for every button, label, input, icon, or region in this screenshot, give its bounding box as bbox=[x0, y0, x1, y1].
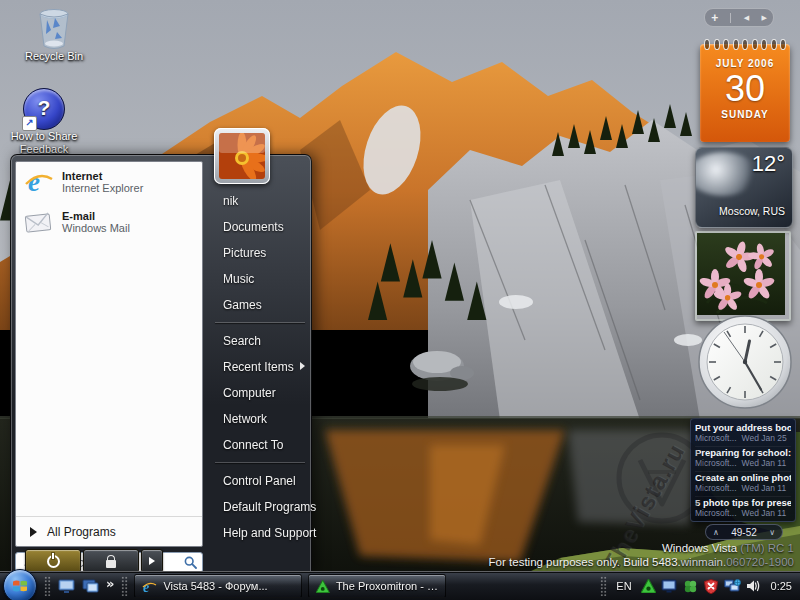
calendar-weekday: SUNDAY bbox=[700, 109, 790, 120]
internet-explorer-icon: e bbox=[24, 167, 54, 197]
start-button[interactable] bbox=[3, 569, 37, 600]
pinned-internet-explorer[interactable]: e Internet Internet Explorer bbox=[16, 162, 202, 202]
start-menu-places-panel: nik Documents Pictures Music Games Searc… bbox=[207, 155, 313, 572]
start-item-network[interactable]: Network bbox=[207, 406, 313, 432]
toolbar-grip[interactable] bbox=[44, 576, 51, 596]
recent-items-label: Recent Items bbox=[223, 360, 294, 374]
network-icon bbox=[724, 579, 741, 593]
analog-clock-icon bbox=[697, 314, 793, 410]
all-programs-arrow-icon bbox=[30, 527, 37, 537]
sidebar-controls: + ◀ ▶ bbox=[704, 8, 774, 27]
pager-up-icon[interactable]: ∧ bbox=[713, 528, 719, 537]
user-avatar[interactable] bbox=[214, 128, 270, 184]
start-item-games[interactable]: Games bbox=[207, 292, 313, 318]
lock-button[interactable] bbox=[83, 549, 139, 573]
start-item-computer[interactable]: Computer bbox=[207, 380, 313, 406]
recycle-bin-desktop-icon[interactable]: Recycle Bin bbox=[12, 8, 96, 63]
taskbar: » e Vista 5483 - Форум... The Proxomitro… bbox=[0, 571, 800, 600]
taskbar-button-label: The Proxomitron - d... bbox=[336, 580, 439, 592]
pinned-title: E-mail bbox=[62, 210, 130, 222]
start-item-pictures[interactable]: Pictures bbox=[207, 240, 313, 266]
cloud-icon bbox=[695, 152, 758, 196]
calendar-spiral-binding bbox=[704, 39, 786, 50]
security-center-tray[interactable] bbox=[702, 577, 720, 595]
lock-icon bbox=[106, 560, 116, 568]
clock-time[interactable]: 0:25 bbox=[771, 580, 792, 592]
prev-page-button[interactable]: ◀ bbox=[744, 14, 749, 22]
windows-mail-icon bbox=[24, 207, 54, 237]
show-desktop-quicklaunch[interactable] bbox=[56, 576, 76, 596]
desktop-screen: Recycle Bin ? ↗ How to Share Feedback + … bbox=[0, 0, 800, 600]
build-line2-mid: winmain. bbox=[681, 556, 726, 568]
controls-divider bbox=[730, 13, 731, 23]
start-item-help-and-support[interactable]: Help and Support bbox=[207, 520, 313, 546]
add-gadget-button[interactable]: + bbox=[711, 12, 718, 24]
next-page-button[interactable]: ▶ bbox=[761, 14, 766, 22]
recycle-bin-label: Recycle Bin bbox=[12, 50, 96, 63]
volume-tray[interactable] bbox=[744, 577, 762, 595]
start-item-user[interactable]: nik bbox=[207, 188, 313, 214]
pinned-title: Internet bbox=[62, 170, 143, 182]
photo-slideshow-gadget[interactable] bbox=[695, 231, 791, 321]
menu-separator bbox=[215, 322, 305, 323]
feedback-label: How to Share Feedback bbox=[2, 130, 86, 156]
taskbar-button-vista-forum[interactable]: e Vista 5483 - Форум... bbox=[134, 574, 302, 598]
security-alert-shield-icon bbox=[704, 579, 718, 594]
pinned-subtitle: Windows Mail bbox=[62, 222, 130, 234]
all-programs-button[interactable]: All Programs bbox=[16, 516, 202, 546]
power-icon bbox=[47, 555, 60, 568]
weather-location: Moscow, RUS bbox=[719, 205, 785, 217]
calendar-gadget[interactable]: JULY 2006 30 SUNDAY bbox=[700, 44, 790, 142]
tray-grip[interactable] bbox=[600, 576, 607, 596]
flowers-photo bbox=[697, 233, 785, 315]
flower-avatar-image bbox=[219, 133, 265, 179]
proxomitron-icon bbox=[316, 580, 329, 593]
switch-windows-icon bbox=[82, 579, 99, 594]
build-line2-bright: For testing purposes only. Build 5483. bbox=[489, 556, 681, 568]
pinned-subtitle: Internet Explorer bbox=[62, 182, 143, 194]
feed-date: Wed Jan 11 bbox=[742, 458, 787, 468]
power-button[interactable] bbox=[25, 549, 81, 573]
start-item-search[interactable]: Search bbox=[207, 328, 313, 354]
show-desktop-icon bbox=[58, 579, 75, 594]
power-button-row bbox=[25, 549, 306, 571]
pinned-email[interactable]: E-mail Windows Mail bbox=[16, 202, 202, 242]
start-item-control-panel[interactable]: Control Panel bbox=[207, 468, 313, 494]
feed-date: Wed Jan 11 bbox=[742, 508, 787, 518]
start-item-recent-items[interactable]: Recent Items bbox=[207, 354, 313, 380]
help-feedback-icon: ? ↗ bbox=[23, 88, 65, 130]
pager-down-icon[interactable]: ∨ bbox=[769, 528, 775, 537]
network-tray[interactable] bbox=[723, 577, 741, 595]
feedback-desktop-icon[interactable]: ? ↗ How to Share Feedback bbox=[2, 88, 86, 156]
language-indicator[interactable]: EN bbox=[616, 580, 631, 592]
start-item-music[interactable]: Music bbox=[207, 266, 313, 292]
pager-range: 49-52 bbox=[731, 527, 757, 538]
toolbar-grip[interactable] bbox=[121, 576, 128, 596]
build-line2-dim: 060720-1900 bbox=[726, 556, 794, 568]
shutdown-options-button[interactable] bbox=[141, 549, 163, 573]
start-menu-pinned-panel: e Internet Internet Explorer E-mail Wind… bbox=[15, 161, 203, 547]
clover-app-tray[interactable] bbox=[681, 577, 699, 595]
start-item-documents[interactable]: Documents bbox=[207, 214, 313, 240]
display-tray[interactable] bbox=[660, 577, 678, 595]
start-item-connect-to[interactable]: Connect To bbox=[207, 432, 313, 458]
feed-date: Wed Jan 11 bbox=[742, 483, 787, 493]
switch-windows-quicklaunch[interactable] bbox=[80, 576, 100, 596]
calendar-day: 30 bbox=[700, 69, 790, 109]
recycle-bin-icon bbox=[35, 8, 73, 50]
monitor-icon bbox=[661, 579, 677, 593]
taskbar-button-proxomitron[interactable]: The Proxomitron - d... bbox=[308, 574, 446, 598]
windows-logo-icon bbox=[12, 578, 28, 594]
start-menu: e Internet Internet Explorer E-mail Wind… bbox=[10, 154, 312, 573]
build-line1-bright: Windows Vista bbox=[662, 542, 737, 554]
proxomitron-tray[interactable] bbox=[639, 577, 657, 595]
feed-date: Wed Jan 25 bbox=[742, 433, 787, 443]
start-item-default-programs[interactable]: Default Programs bbox=[207, 494, 313, 520]
clock-gadget[interactable] bbox=[697, 314, 793, 410]
submenu-arrow-icon bbox=[300, 362, 305, 370]
quicklaunch-overflow-chevron[interactable]: » bbox=[106, 576, 114, 591]
feed-pager: ∧ 49-52 ∨ bbox=[705, 524, 783, 540]
all-programs-label: All Programs bbox=[47, 525, 116, 539]
weather-gadget[interactable]: 12° Moscow, RUS bbox=[695, 147, 793, 228]
taskbar-button-label: Vista 5483 - Форум... bbox=[163, 580, 267, 592]
